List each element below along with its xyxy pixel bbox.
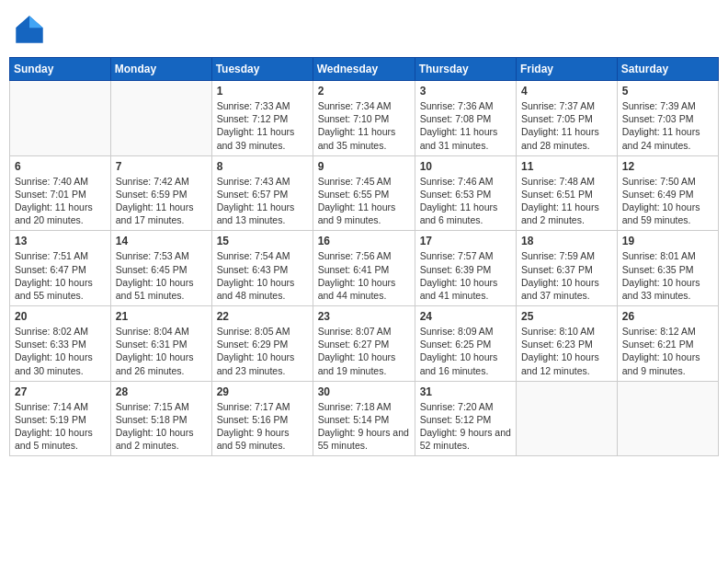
- day-number: 15: [217, 235, 308, 247]
- calendar-cell: [517, 381, 618, 456]
- day-number: 1: [217, 85, 308, 98]
- day-info: Sunrise: 7:54 AMSunset: 6:43 PMDaylight:…: [217, 249, 308, 302]
- calendar-cell: 14Sunrise: 7:53 AMSunset: 6:45 PMDayligh…: [110, 231, 211, 306]
- day-info: Sunrise: 7:18 AMSunset: 5:14 PMDaylight:…: [318, 400, 410, 453]
- calendar-cell: 19Sunrise: 8:01 AMSunset: 6:35 PMDayligh…: [617, 231, 718, 306]
- day-number: 8: [217, 160, 308, 173]
- day-number: 3: [420, 85, 511, 98]
- day-number: 21: [116, 310, 207, 323]
- day-info: Sunrise: 7:39 AMSunset: 7:03 PMDaylight:…: [622, 99, 713, 152]
- day-info: Sunrise: 7:17 AMSunset: 5:16 PMDaylight:…: [217, 400, 308, 453]
- calendar-cell: 31Sunrise: 7:20 AMSunset: 5:12 PMDayligh…: [415, 381, 516, 456]
- day-info: Sunrise: 7:51 AMSunset: 6:47 PMDaylight:…: [15, 249, 106, 302]
- day-info: Sunrise: 7:33 AMSunset: 7:12 PMDaylight:…: [217, 99, 308, 152]
- day-info: Sunrise: 7:48 AMSunset: 6:51 PMDaylight:…: [521, 175, 612, 227]
- calendar-cell: 28Sunrise: 7:15 AMSunset: 5:18 PMDayligh…: [110, 381, 211, 456]
- day-number: 14: [116, 235, 207, 247]
- day-info: Sunrise: 8:01 AMSunset: 6:35 PMDaylight:…: [622, 249, 713, 302]
- calendar-cell: 21Sunrise: 8:04 AMSunset: 6:31 PMDayligh…: [110, 306, 211, 382]
- calendar-cell: 30Sunrise: 7:18 AMSunset: 5:14 PMDayligh…: [313, 381, 415, 456]
- calendar-cell: [10, 81, 111, 156]
- calendar-cell: 11Sunrise: 7:48 AMSunset: 6:51 PMDayligh…: [517, 155, 618, 231]
- calendar-cell: 6Sunrise: 7:40 AMSunset: 7:01 PMDaylight…: [10, 155, 111, 231]
- calendar-week-row: 13Sunrise: 7:51 AMSunset: 6:47 PMDayligh…: [10, 231, 719, 306]
- day-number: 28: [116, 385, 207, 398]
- day-info: Sunrise: 7:46 AMSunset: 6:53 PMDaylight:…: [420, 175, 511, 227]
- calendar-cell: 17Sunrise: 7:57 AMSunset: 6:39 PMDayligh…: [415, 231, 516, 306]
- day-info: Sunrise: 7:50 AMSunset: 6:49 PMDaylight:…: [622, 175, 713, 227]
- day-info: Sunrise: 7:40 AMSunset: 7:01 PMDaylight:…: [15, 175, 106, 227]
- day-number: 9: [318, 160, 410, 173]
- day-number: 2: [318, 85, 410, 98]
- day-number: 16: [318, 235, 410, 247]
- calendar-table: SundayMondayTuesdayWednesdayThursdayFrid…: [9, 57, 719, 456]
- day-info: Sunrise: 7:34 AMSunset: 7:10 PMDaylight:…: [318, 99, 410, 152]
- day-number: 13: [15, 235, 106, 247]
- day-number: 12: [622, 160, 713, 173]
- calendar-cell: 23Sunrise: 8:07 AMSunset: 6:27 PMDayligh…: [313, 306, 415, 382]
- day-number: 11: [521, 160, 612, 173]
- day-number: 23: [318, 310, 410, 323]
- calendar-cell: 3Sunrise: 7:36 AMSunset: 7:08 PMDaylight…: [415, 81, 516, 156]
- calendar-cell: 10Sunrise: 7:46 AMSunset: 6:53 PMDayligh…: [415, 155, 516, 231]
- calendar-cell: 26Sunrise: 8:12 AMSunset: 6:21 PMDayligh…: [617, 306, 718, 382]
- calendar-week-row: 1Sunrise: 7:33 AMSunset: 7:12 PMDaylight…: [10, 81, 719, 156]
- calendar-cell: 29Sunrise: 7:17 AMSunset: 5:16 PMDayligh…: [211, 381, 313, 456]
- day-info: Sunrise: 7:43 AMSunset: 6:57 PMDaylight:…: [217, 175, 308, 227]
- logo: [13, 13, 50, 46]
- weekday-header: Monday: [110, 58, 211, 81]
- day-info: Sunrise: 7:14 AMSunset: 5:19 PMDaylight:…: [15, 400, 106, 453]
- logo-icon: [13, 13, 46, 46]
- weekday-header: Thursday: [415, 58, 516, 81]
- day-info: Sunrise: 7:20 AMSunset: 5:12 PMDaylight:…: [420, 400, 511, 453]
- calendar-cell: 22Sunrise: 8:05 AMSunset: 6:29 PMDayligh…: [211, 306, 313, 382]
- calendar-cell: 4Sunrise: 7:37 AMSunset: 7:05 PMDaylight…: [517, 81, 618, 156]
- weekday-header: Wednesday: [313, 58, 415, 81]
- day-info: Sunrise: 8:05 AMSunset: 6:29 PMDaylight:…: [217, 325, 308, 377]
- day-info: Sunrise: 7:59 AMSunset: 6:37 PMDaylight:…: [521, 249, 612, 302]
- calendar-cell: 27Sunrise: 7:14 AMSunset: 5:19 PMDayligh…: [10, 381, 111, 456]
- calendar-cell: 12Sunrise: 7:50 AMSunset: 6:49 PMDayligh…: [617, 155, 718, 231]
- calendar-cell: 2Sunrise: 7:34 AMSunset: 7:10 PMDaylight…: [313, 81, 415, 156]
- day-number: 30: [318, 385, 410, 398]
- day-number: 10: [420, 160, 511, 173]
- day-number: 24: [420, 310, 511, 323]
- calendar-cell: 1Sunrise: 7:33 AMSunset: 7:12 PMDaylight…: [211, 81, 313, 156]
- day-number: 29: [217, 385, 308, 398]
- day-info: Sunrise: 7:15 AMSunset: 5:18 PMDaylight:…: [116, 400, 207, 453]
- day-info: Sunrise: 7:37 AMSunset: 7:05 PMDaylight:…: [521, 99, 612, 152]
- day-info: Sunrise: 7:57 AMSunset: 6:39 PMDaylight:…: [420, 249, 511, 302]
- calendar-cell: 16Sunrise: 7:56 AMSunset: 6:41 PMDayligh…: [313, 231, 415, 306]
- day-number: 4: [521, 85, 612, 98]
- day-number: 7: [116, 160, 207, 173]
- calendar-cell: 8Sunrise: 7:43 AMSunset: 6:57 PMDaylight…: [211, 155, 313, 231]
- day-info: Sunrise: 8:07 AMSunset: 6:27 PMDaylight:…: [318, 325, 410, 377]
- svg-marker-2: [16, 16, 29, 28]
- day-number: 17: [420, 235, 511, 247]
- weekday-header-row: SundayMondayTuesdayWednesdayThursdayFrid…: [10, 58, 719, 81]
- day-info: Sunrise: 8:09 AMSunset: 6:25 PMDaylight:…: [420, 325, 511, 377]
- calendar-cell: 20Sunrise: 8:02 AMSunset: 6:33 PMDayligh…: [10, 306, 111, 382]
- weekday-header: Sunday: [10, 58, 111, 81]
- calendar-cell: 9Sunrise: 7:45 AMSunset: 6:55 PMDaylight…: [313, 155, 415, 231]
- svg-marker-1: [29, 16, 43, 28]
- day-number: 31: [420, 385, 511, 398]
- day-number: 22: [217, 310, 308, 323]
- day-info: Sunrise: 8:02 AMSunset: 6:33 PMDaylight:…: [15, 325, 106, 377]
- day-number: 20: [15, 310, 106, 323]
- day-info: Sunrise: 8:04 AMSunset: 6:31 PMDaylight:…: [116, 325, 207, 377]
- calendar-cell: 5Sunrise: 7:39 AMSunset: 7:03 PMDaylight…: [617, 81, 718, 156]
- calendar-week-row: 6Sunrise: 7:40 AMSunset: 7:01 PMDaylight…: [10, 155, 719, 231]
- day-number: 19: [622, 235, 713, 247]
- calendar-cell: 15Sunrise: 7:54 AMSunset: 6:43 PMDayligh…: [211, 231, 313, 306]
- weekday-header: Tuesday: [211, 58, 313, 81]
- calendar-week-row: 27Sunrise: 7:14 AMSunset: 5:19 PMDayligh…: [10, 381, 719, 456]
- calendar-cell: 25Sunrise: 8:10 AMSunset: 6:23 PMDayligh…: [517, 306, 618, 382]
- calendar-cell: 18Sunrise: 7:59 AMSunset: 6:37 PMDayligh…: [517, 231, 618, 306]
- calendar-cell: [617, 381, 718, 456]
- calendar-cell: [110, 81, 211, 156]
- calendar-cell: 13Sunrise: 7:51 AMSunset: 6:47 PMDayligh…: [10, 231, 111, 306]
- calendar-cell: 24Sunrise: 8:09 AMSunset: 6:25 PMDayligh…: [415, 306, 516, 382]
- day-info: Sunrise: 7:36 AMSunset: 7:08 PMDaylight:…: [420, 99, 511, 152]
- day-info: Sunrise: 7:56 AMSunset: 6:41 PMDaylight:…: [318, 249, 410, 302]
